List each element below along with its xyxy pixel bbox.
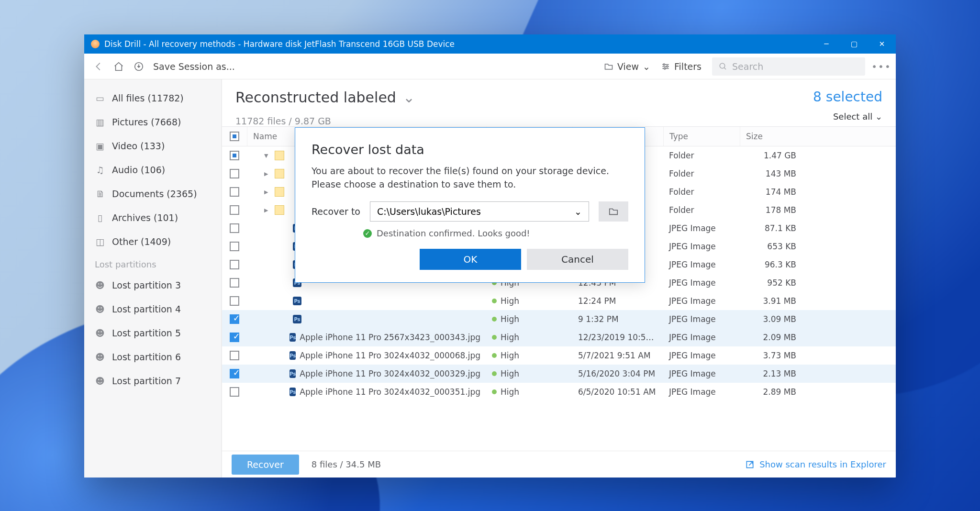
minimize-button[interactable]: ─ bbox=[813, 34, 840, 54]
table-row[interactable]: PsApple iPhone 11 Pro 3024x4032_000351.j… bbox=[222, 383, 896, 401]
destination-combo[interactable]: C:\Users\lukas\Pictures ⌄ bbox=[370, 201, 589, 222]
file-name: Apple iPhone 11 Pro 3024x4032_000329.jpg bbox=[300, 369, 480, 378]
row-chance: High bbox=[486, 296, 572, 306]
breadcrumb[interactable]: Reconstructed labeled⌄ bbox=[235, 89, 415, 106]
lost-partition-4[interactable]: ☻Lost partition 7 bbox=[84, 369, 221, 393]
file-name: Apple iPhone 11 Pro 3024x4032_000351.jpg bbox=[300, 387, 480, 397]
view-dropdown[interactable]: View ⌄ bbox=[604, 61, 650, 72]
folder-icon bbox=[275, 169, 284, 178]
select-all[interactable]: Select all ⌄ bbox=[820, 109, 896, 126]
row-checkbox[interactable] bbox=[230, 242, 239, 251]
row-checkbox[interactable] bbox=[230, 187, 239, 197]
col-type[interactable]: Type bbox=[663, 127, 740, 146]
row-checkbox[interactable] bbox=[230, 205, 239, 215]
more-menu[interactable]: ••• bbox=[876, 61, 887, 72]
window-title: Disk Drill - All recovery methods - Hard… bbox=[104, 39, 813, 49]
breadcrumb-label: Reconstructed labeled bbox=[235, 89, 396, 106]
sidebar-item-label: Audio (106) bbox=[112, 165, 165, 175]
recover-dialog: Recover lost data You are about to recov… bbox=[295, 127, 645, 283]
row-type: JPEG Image bbox=[663, 296, 740, 306]
row-size: 3.91 MB bbox=[740, 296, 807, 306]
show-in-explorer-link[interactable]: Show scan results in Explorer bbox=[745, 459, 886, 469]
sidebar-item-3[interactable]: ♫Audio (106) bbox=[84, 158, 221, 182]
table-row[interactable]: PsApple iPhone 11 Pro 2567x3423_000343.j… bbox=[222, 328, 896, 346]
col-checkbox[interactable] bbox=[222, 127, 247, 146]
row-checkbox[interactable] bbox=[230, 278, 239, 288]
lost-partition-0[interactable]: ☻Lost partition 3 bbox=[84, 273, 221, 297]
table-row[interactable]: PsApple iPhone 11 Pro 3024x4032_000068.j… bbox=[222, 346, 896, 365]
ghost-icon: ☻ bbox=[95, 304, 105, 314]
sidebar-item-2[interactable]: ▣Video (133) bbox=[84, 134, 221, 158]
row-checkbox[interactable] bbox=[230, 151, 239, 160]
maximize-button[interactable]: ▢ bbox=[840, 34, 868, 54]
save-session-label[interactable]: Save Session as... bbox=[153, 61, 235, 72]
table-row[interactable]: PsHigh12:24 PMJPEG Image3.91 MB bbox=[222, 292, 896, 310]
row-size: 1.47 GB bbox=[740, 151, 807, 160]
ps-icon: Ps bbox=[290, 369, 296, 378]
row-type: JPEG Image bbox=[663, 314, 740, 324]
ghost-icon: ☻ bbox=[95, 376, 105, 386]
svg-point-1 bbox=[663, 64, 665, 65]
header-checkbox[interactable] bbox=[230, 132, 239, 141]
ps-icon: Ps bbox=[293, 315, 301, 323]
lost-partition-label: Lost partition 7 bbox=[112, 376, 181, 386]
col-size[interactable]: Size bbox=[740, 127, 807, 146]
sidebar-item-label: Pictures (7668) bbox=[112, 117, 181, 127]
disclosure-icon[interactable]: ▶ bbox=[264, 171, 271, 177]
lost-partition-1[interactable]: ☻Lost partition 4 bbox=[84, 297, 221, 321]
row-checkbox[interactable] bbox=[230, 260, 239, 269]
row-checkbox[interactable] bbox=[230, 296, 239, 306]
selection-count: 8 selected bbox=[813, 89, 882, 105]
disclosure-icon[interactable]: ▶ bbox=[264, 207, 271, 213]
browse-button[interactable] bbox=[599, 201, 628, 222]
file-name: Apple iPhone 11 Pro 2567x3423_000343.jpg bbox=[300, 333, 480, 342]
sidebar: ▭All files (11782)▥Pictures (7668)▣Video… bbox=[84, 79, 222, 478]
lost-partition-label: Lost partition 6 bbox=[112, 352, 181, 362]
row-checkbox[interactable] bbox=[230, 369, 239, 378]
row-checkbox[interactable] bbox=[230, 351, 239, 360]
row-checkbox[interactable] bbox=[230, 169, 239, 178]
row-type: Folder bbox=[663, 151, 740, 160]
row-chance: High bbox=[486, 314, 572, 324]
sidebar-item-1[interactable]: ▥Pictures (7668) bbox=[84, 110, 221, 134]
row-chance: High bbox=[486, 351, 572, 360]
sidebar-item-label: All files (11782) bbox=[112, 93, 184, 103]
disclosure-icon[interactable]: ▼ bbox=[264, 153, 271, 159]
filters-button[interactable]: Filters bbox=[661, 61, 702, 72]
row-size: 2.09 MB bbox=[740, 333, 807, 342]
row-checkbox[interactable] bbox=[230, 333, 239, 342]
sidebar-item-0[interactable]: ▭All files (11782) bbox=[84, 86, 221, 110]
sidebar-item-6[interactable]: ◫Other (1409) bbox=[84, 230, 221, 254]
table-row[interactable]: PsApple iPhone 11 Pro 3024x4032_000329.j… bbox=[222, 365, 896, 383]
sidebar-item-label: Documents (2365) bbox=[112, 189, 197, 199]
ghost-icon: ☻ bbox=[95, 280, 105, 290]
recover-button[interactable]: Recover bbox=[232, 455, 299, 475]
search-input[interactable]: Search bbox=[712, 57, 865, 76]
sidebar-item-4[interactable]: 🗎Documents (2365) bbox=[84, 182, 221, 206]
row-size: 952 KB bbox=[740, 278, 807, 288]
row-type: JPEG Image bbox=[663, 242, 740, 251]
selection-size: 8 files / 34.5 MB bbox=[312, 459, 381, 469]
row-checkbox[interactable] bbox=[230, 223, 239, 233]
home-button[interactable] bbox=[113, 61, 124, 72]
row-checkbox[interactable] bbox=[230, 314, 239, 324]
row-chance: High bbox=[486, 333, 572, 342]
sidebar-item-5[interactable]: ▯Archives (101) bbox=[84, 206, 221, 230]
ps-icon: Ps bbox=[290, 333, 296, 342]
row-checkbox[interactable] bbox=[230, 387, 239, 397]
table-row[interactable]: PsHigh9 1:32 PMJPEG Image3.09 MB bbox=[222, 310, 896, 328]
save-session-icon[interactable] bbox=[133, 61, 145, 72]
ok-button[interactable]: OK bbox=[420, 249, 521, 270]
disclosure-icon[interactable]: ▶ bbox=[264, 189, 271, 195]
cancel-button[interactable]: Cancel bbox=[527, 249, 628, 270]
close-button[interactable]: ✕ bbox=[868, 34, 896, 54]
row-type: JPEG Image bbox=[663, 223, 740, 233]
lost-partition-3[interactable]: ☻Lost partition 6 bbox=[84, 345, 221, 369]
row-size: 653 KB bbox=[740, 242, 807, 251]
back-button[interactable] bbox=[93, 61, 104, 72]
sidebar-item-icon: ◫ bbox=[95, 236, 105, 247]
dialog-body: You are about to recover the file(s) fou… bbox=[312, 165, 628, 191]
recover-to-label: Recover to bbox=[312, 206, 360, 217]
lost-partition-2[interactable]: ☻Lost partition 5 bbox=[84, 321, 221, 345]
row-type: JPEG Image bbox=[663, 260, 740, 269]
